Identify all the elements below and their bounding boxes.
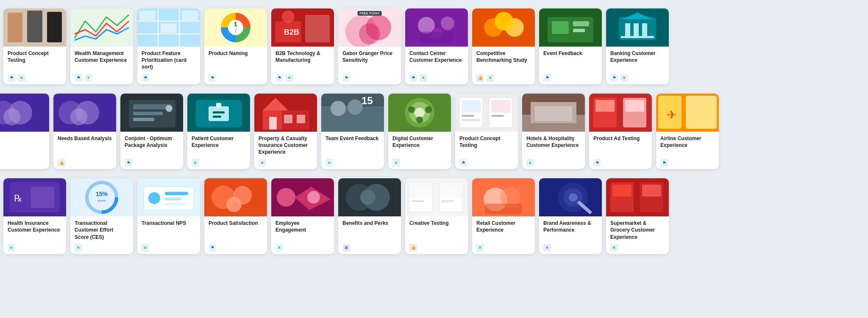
- template-card[interactable]: ✈ Airline Customer Experience ⚑: [656, 94, 719, 169]
- template-card[interactable]: FREE POINT Gabor Granger Price Sensitivi…: [338, 8, 401, 84]
- svg-text:1: 1: [234, 21, 237, 28]
- svg-rect-71: [269, 117, 277, 130]
- card-body: Gabor Granger Price Sensitivity ⚑: [338, 47, 401, 84]
- template-card[interactable]: Competitive Benchmarking Study 👍≡: [472, 8, 535, 84]
- template-card[interactable]: Retail Customer Experience ≡: [472, 178, 535, 254]
- card-image: [472, 8, 535, 47]
- card-title: Airline Customer Experience: [660, 135, 715, 156]
- card-icon-row: ⚑≡: [275, 74, 330, 82]
- template-card[interactable]: Property & Casualty Insurance Customer E…: [254, 94, 317, 169]
- svg-rect-98: [535, 106, 572, 121]
- blue-flag-icon: ⚑: [660, 159, 668, 166]
- template-card[interactable]: Needs Based Analysis 👍: [53, 94, 116, 169]
- template-card[interactable]: [0, 94, 49, 169]
- template-card[interactable]: Conjoint - Optimum Package Analysis ⚑: [120, 94, 183, 169]
- card-icon-row: ⚑: [209, 74, 263, 82]
- card-title: Patient Customer Experience: [192, 135, 246, 156]
- green-chart-icon: ≡: [85, 74, 92, 82]
- card-title: Benefits and Perks: [342, 220, 397, 241]
- card-body: Product Naming ⚑: [204, 47, 267, 84]
- template-card[interactable]: Creative Testing 👍: [405, 178, 468, 254]
- template-card[interactable]: B2B B2B Technology & Manufacturing ⚑≡: [271, 8, 334, 84]
- svg-rect-144: [485, 204, 522, 214]
- card-body: Product Ad Testing ⚑: [589, 132, 652, 169]
- card-title: Product Concept Testing: [8, 50, 62, 71]
- card-body: Competitive Benchmarking Study 👍≡: [472, 47, 535, 84]
- template-card[interactable]: Supermarket & Grocery Customer Experienc…: [606, 178, 669, 254]
- teal-chart-icon: ≡: [487, 74, 494, 82]
- template-card[interactable]: Product Satisfaction ⚑: [204, 178, 267, 254]
- template-card[interactable]: Benefits and Perks ⊞: [338, 178, 401, 254]
- template-card[interactable]: Product Concept Testing ⚑≡: [3, 8, 66, 84]
- template-card[interactable]: Employee Engagement ≡: [271, 178, 334, 254]
- card-title: Transactional Customer Effort Score (CES…: [75, 220, 129, 241]
- template-card[interactable]: Hotels & Hospitality Customer Experience…: [522, 94, 585, 169]
- svg-rect-60: [133, 118, 154, 121]
- card-icon-row: ≡: [610, 244, 665, 252]
- teal-chart-icon: ≡: [8, 244, 15, 252]
- svg-point-84: [408, 106, 415, 113]
- card-image: [187, 94, 250, 132]
- card-row: Needs Based Analysis 👍 Conjoint - Optimu…: [3, 92, 865, 171]
- card-image: [0, 94, 49, 132]
- template-card[interactable]: Product Concept Testing ⚑: [455, 94, 518, 169]
- teal-chart-icon: ≡: [75, 244, 82, 252]
- svg-point-128: [277, 188, 295, 207]
- card-image: [405, 8, 468, 47]
- card-icon-row: 👍≡: [476, 74, 531, 82]
- card-image: [70, 8, 133, 47]
- blue-flag-icon: ⚑: [75, 74, 82, 82]
- card-body: Supermarket & Grocery Customer Experienc…: [606, 216, 669, 254]
- template-card[interactable]: Digital Customer Experience ≡: [388, 94, 451, 169]
- card-title: Gabor Granger Price Sensitivity: [342, 50, 397, 71]
- template-card[interactable]: ℞ Health Insurance Customer Experience ≡: [3, 178, 66, 254]
- svg-rect-106: [686, 96, 717, 129]
- card-title: Product Concept Testing: [459, 135, 514, 156]
- svg-text:B2B: B2B: [284, 28, 299, 36]
- template-card[interactable]: 15 Team Event Feedback ≡: [321, 94, 384, 169]
- card-title: Conjoint - Optimum Package Analysis: [125, 135, 179, 156]
- card-title: Event Feedback: [543, 50, 598, 71]
- blue-flag-icon: ⚑: [610, 74, 618, 82]
- template-card[interactable]: 1 2 Product Naming ⚑: [204, 8, 267, 84]
- card-icon-row: ≡: [259, 159, 313, 166]
- svg-rect-39: [573, 21, 589, 26]
- template-card[interactable]: Product Ad Testing ⚑: [589, 94, 652, 169]
- template-card[interactable]: Event Feedback ⚑: [539, 8, 602, 84]
- card-body: [0, 132, 49, 169]
- svg-rect-64: [209, 106, 229, 121]
- template-card[interactable]: Brand Awareness & Performance ≡: [539, 178, 602, 254]
- teal-chart-icon: ≡: [420, 74, 427, 82]
- svg-point-51: [3, 108, 20, 125]
- svg-text:✈: ✈: [667, 108, 676, 122]
- svg-point-35: [495, 12, 513, 30]
- template-card[interactable]: Patient Customer Experience ≡: [187, 94, 250, 169]
- template-card[interactable]: Banking Customer Experience ⚑≡: [606, 8, 669, 84]
- template-card[interactable]: Contact Center Customer Experience ⚑≡: [405, 8, 468, 84]
- card-body: Team Event Feedback ≡: [321, 132, 384, 169]
- teal-chart-icon: ≡: [610, 244, 618, 252]
- teal-chart-icon: ≡: [18, 74, 25, 82]
- template-card[interactable]: Transactional NPS ≡: [137, 178, 200, 254]
- blue-flag-icon: ⚑: [125, 159, 132, 166]
- card-title: Product Satisfaction: [209, 220, 263, 241]
- card-title: Retail Customer Experience: [476, 220, 531, 241]
- template-card[interactable]: Wealth Management Customer Experience ⚑≡: [70, 8, 133, 84]
- blue-thumbs-icon: 👍: [58, 159, 65, 166]
- card-icon-row: ⚑: [342, 74, 397, 82]
- svg-text:score: score: [97, 199, 106, 202]
- card-body: Product Feature Prioritization (card sor…: [137, 47, 200, 84]
- card-title: [0, 135, 45, 163]
- card-image: [254, 94, 317, 132]
- card-icon-row: ⚑≡: [610, 74, 665, 82]
- blue-grid-icon: ⊞: [342, 244, 350, 252]
- card-image: B2B: [271, 8, 334, 47]
- svg-rect-12: [182, 11, 198, 20]
- card-image: [522, 94, 585, 132]
- card-body: Product Satisfaction ⚑: [204, 216, 267, 254]
- template-card[interactable]: 15% score Transactional Customer Effort …: [70, 178, 133, 254]
- card-icon-row: ≡: [526, 159, 581, 166]
- card-title: Banking Customer Experience: [610, 50, 665, 71]
- template-card[interactable]: Product Feature Prioritization (card sor…: [137, 8, 200, 84]
- card-icon-row: ≡: [142, 244, 196, 252]
